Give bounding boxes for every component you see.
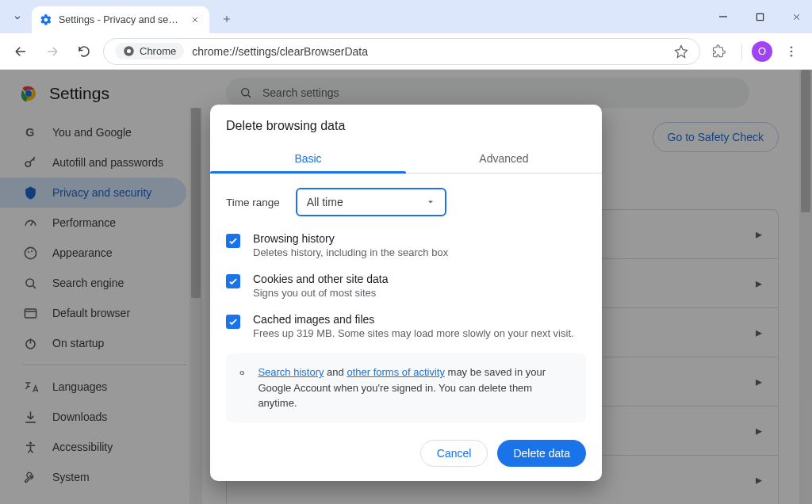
forward-button[interactable]	[40, 39, 65, 64]
close-icon	[791, 12, 802, 22]
link-other-activity[interactable]: other forms of activity	[347, 366, 445, 378]
link-search-history[interactable]: Search history	[258, 366, 324, 378]
maximize-icon	[756, 13, 764, 21]
reload-button[interactable]	[71, 39, 97, 64]
profile-avatar[interactable]: O	[752, 41, 772, 62]
checkbox-cookies[interactable]	[226, 274, 240, 288]
star-icon	[674, 44, 688, 59]
maximize-button[interactable]	[749, 6, 771, 28]
chrome-logo-icon	[123, 45, 135, 57]
delete-browsing-data-dialog: Delete browsing data Basic Advanced Time…	[210, 105, 602, 481]
time-range-row: Time range All time	[226, 188, 586, 216]
browser-toolbar: Chrome chrome://settings/clearBrowserDat…	[0, 33, 812, 70]
chrome-chip-label: Chrome	[140, 45, 176, 57]
svg-point-2	[127, 49, 131, 53]
check-icon	[228, 235, 239, 246]
dialog-tabs: Basic Advanced	[210, 144, 602, 174]
svg-rect-0	[756, 13, 763, 20]
option-subtitle: Deletes history, including in the search…	[253, 246, 448, 258]
arrow-right-icon	[45, 44, 59, 59]
g-icon: G	[239, 365, 247, 380]
svg-point-4	[791, 50, 793, 52]
reload-icon	[77, 44, 91, 59]
svg-text:G: G	[239, 369, 244, 376]
bookmark-button[interactable]	[674, 44, 688, 59]
tab-basic[interactable]: Basic	[210, 144, 406, 173]
check-icon	[228, 316, 239, 327]
delete-data-button[interactable]: Delete data	[497, 440, 586, 467]
minimize-icon	[718, 12, 728, 21]
option-title: Cookies and other site data	[253, 273, 388, 285]
option-title: Browsing history	[253, 232, 448, 245]
option-subtitle: Signs you out of most sites	[253, 287, 388, 299]
dialog-body: Time range All time Browsing history Del…	[210, 174, 602, 422]
arrow-left-icon	[13, 44, 28, 59]
new-tab-button[interactable]	[216, 8, 238, 30]
google-account-note: G Search history and other forms of acti…	[226, 353, 586, 422]
address-bar[interactable]: Chrome chrome://settings/clearBrowserDat…	[103, 38, 700, 65]
plus-icon	[221, 13, 232, 25]
caret-down-icon	[426, 197, 435, 207]
svg-point-5	[791, 54, 793, 56]
url-text: chrome://settings/clearBrowserData	[192, 45, 368, 58]
time-range-select[interactable]: All time	[296, 188, 446, 216]
time-range-label: Time range	[226, 197, 280, 208]
tab-title: Settings - Privacy and security	[59, 14, 182, 25]
menu-button[interactable]	[779, 39, 804, 64]
tab-search-button[interactable]	[6, 6, 29, 29]
time-range-value: All time	[307, 196, 343, 208]
separator	[741, 44, 742, 59]
checkbox-cache[interactable]	[226, 315, 240, 329]
page-content: Settings GYou and Google Autofill and pa…	[0, 70, 812, 504]
window-controls	[712, 0, 807, 33]
svg-point-3	[791, 46, 793, 48]
option-title: Cached images and files	[253, 313, 574, 326]
cancel-button[interactable]: Cancel	[420, 440, 488, 467]
check-icon	[228, 276, 239, 287]
dialog-title: Delete browsing data	[210, 105, 602, 144]
checkbox-browsing-history[interactable]	[226, 234, 240, 248]
tab-close-button[interactable]	[189, 13, 201, 26]
dialog-actions: Cancel Delete data	[210, 422, 602, 467]
close-window-button[interactable]	[785, 6, 807, 28]
minimize-button[interactable]	[712, 6, 734, 28]
site-chip: Chrome	[115, 43, 184, 59]
more-vertical-icon	[784, 44, 799, 59]
option-browsing-history[interactable]: Browsing history Deletes history, includ…	[226, 232, 586, 258]
extensions-button[interactable]	[707, 39, 732, 64]
back-button[interactable]	[8, 39, 33, 64]
puzzle-icon	[712, 44, 726, 59]
tab-advanced[interactable]: Advanced	[406, 144, 602, 173]
window-titlebar: Settings - Privacy and security	[0, 0, 812, 33]
gear-icon	[40, 13, 52, 26]
browser-tab[interactable]: Settings - Privacy and security	[32, 6, 209, 33]
option-cache[interactable]: Cached images and files Frees up 319 MB.…	[226, 313, 586, 339]
close-icon	[190, 15, 200, 25]
option-subtitle: Frees up 319 MB. Some sites may load mor…	[253, 327, 574, 339]
chevron-down-icon	[12, 12, 23, 23]
toolbar-right: O	[707, 39, 804, 64]
option-cookies[interactable]: Cookies and other site data Signs you ou…	[226, 273, 586, 299]
